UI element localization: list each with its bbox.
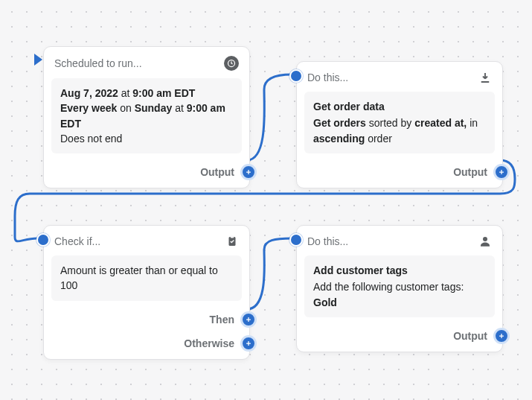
download-icon [478, 71, 492, 84]
output-label: Output [200, 166, 234, 178]
condition-body: Amount is greater than or equal to 100 [51, 255, 242, 301]
add-step-button[interactable] [240, 164, 257, 180]
action-header-label: Do this... [307, 235, 348, 247]
person-icon [478, 235, 492, 248]
svg-point-3 [483, 237, 487, 241]
svg-rect-2 [231, 236, 234, 238]
node-action-add-customer-tags[interactable]: Do this... Add customer tags Add the fol… [296, 225, 503, 352]
action-body: Add customer tags Add the following cust… [304, 255, 495, 317]
otherwise-label: Otherwise [184, 337, 234, 349]
node-condition-check-if[interactable]: Check if... Amount is greater than or eq… [43, 225, 250, 360]
add-step-button[interactable] [493, 164, 510, 180]
node-action-get-order-data[interactable]: Do this... Get order data Get orders sor… [296, 61, 503, 188]
trigger-header-label: Scheduled to run... [54, 57, 142, 69]
input-port[interactable] [36, 233, 50, 247]
add-otherwise-step-button[interactable] [240, 335, 257, 352]
then-label: Then [210, 314, 234, 326]
output-label: Output [453, 330, 487, 342]
action-header-label: Do this... [307, 72, 348, 83]
clipboard-icon [225, 235, 239, 248]
input-port[interactable] [289, 69, 303, 83]
node-trigger-scheduled[interactable]: Scheduled to run... Aug 7, 2022 at 9:00 … [43, 46, 250, 188]
add-step-button[interactable] [493, 328, 510, 344]
action-body: Get order data Get orders sorted by crea… [304, 92, 495, 153]
clock-icon [224, 56, 239, 71]
input-port[interactable] [289, 233, 303, 247]
condition-header-label: Check if... [54, 235, 100, 247]
trigger-body: Aug 7, 2022 at 9:00 am EDT Every week on… [51, 78, 242, 153]
add-then-step-button[interactable] [240, 311, 257, 328]
start-caret-icon [34, 54, 42, 66]
output-label: Output [453, 166, 487, 178]
